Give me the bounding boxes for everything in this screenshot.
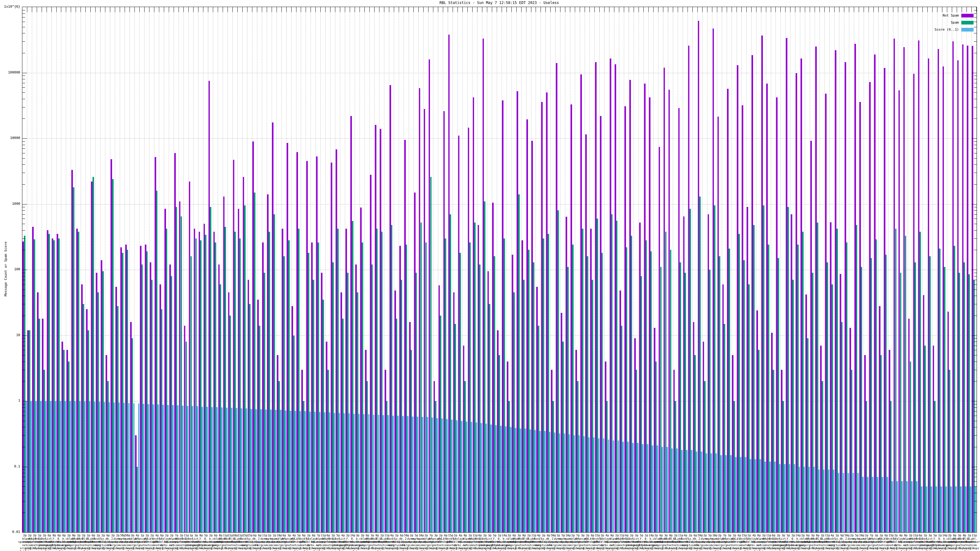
- y-tick-label: 100: [1, 267, 20, 271]
- legend-row-spam: Spam: [935, 19, 974, 26]
- legend-row-not-spam: Not Spam: [935, 12, 974, 19]
- x-axis-labels-layer: 2@bl.spamcop.netorigin5 hops2@psbl.surri…: [22, 7, 977, 532]
- y-tick-label: 1x10^{6}: [1, 5, 20, 9]
- spam-swatch: [961, 21, 974, 24]
- y-tick-label: 1000: [1, 202, 20, 206]
- legend: Not Spam Spam Score (0..1): [935, 12, 974, 33]
- legend-label-not-spam: Not Spam: [943, 13, 959, 17]
- legend-label-score: Score (0..1): [935, 27, 959, 32]
- y-tick-label: 1: [1, 399, 20, 403]
- rbl-statistics-chart: RBL Statistics - Sun May 7 12:58:15 EDT …: [0, 0, 980, 551]
- y-tick-label: 0.01: [1, 530, 20, 534]
- y-tick-label: 0.1: [1, 464, 20, 468]
- legend-label-spam: Spam: [951, 21, 959, 24]
- y-tick-label: 10000: [1, 136, 20, 140]
- not-spam-swatch: [961, 14, 974, 17]
- x-tick-label: 11@ubl.unsubscore.com2 hops: [953, 534, 980, 550]
- plot-area: 2@bl.spamcop.netorigin5 hops2@psbl.surri…: [22, 7, 977, 533]
- legend-row-score: Score (0..1): [935, 26, 974, 33]
- chart-title: RBL Statistics - Sun May 7 12:58:15 EDT …: [22, 1, 976, 5]
- y-tick-label: 10: [1, 333, 20, 337]
- y-tick-label: 100000: [1, 70, 20, 75]
- score-swatch: [961, 28, 974, 32]
